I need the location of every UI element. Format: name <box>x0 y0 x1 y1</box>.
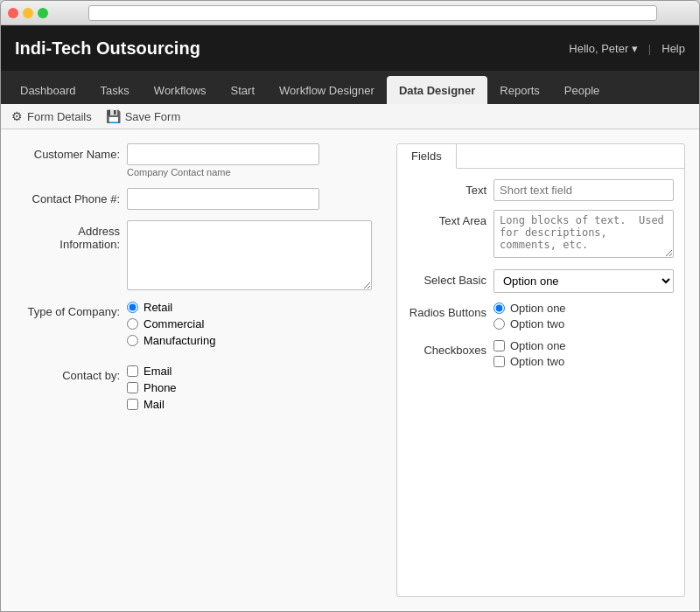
fields-tab-bar: Fields <box>397 144 684 169</box>
text-field-input[interactable] <box>494 179 674 201</box>
type-commercial-label: Commercial <box>144 317 204 330</box>
select-field-label: Select Basic <box>408 269 486 287</box>
contact-phone-item: Phone <box>127 381 177 394</box>
contact-phone-checkbox[interactable] <box>127 382 138 393</box>
type-of-company-row: Type of Company: Retail Commercial Manuf… <box>15 301 382 347</box>
textarea-field-input-wrap <box>494 210 674 261</box>
nav-item-workflows[interactable]: Workflows <box>142 76 219 104</box>
header-right: Hello, Peter ▾ | Help <box>569 42 685 55</box>
maximize-button[interactable] <box>38 8 48 18</box>
contact-by-label: Contact by: <box>15 365 120 382</box>
customer-name-input[interactable] <box>127 143 319 165</box>
app-title: Indi-Tech Outsourcing <box>15 38 200 59</box>
fields-tab[interactable]: Fields <box>397 144 457 169</box>
address-label: AddressInformation: <box>15 220 120 251</box>
contact-by-group: Email Phone Mail <box>127 365 177 411</box>
radio-option-one-label: Option one <box>510 302 566 315</box>
radios-group: Option one Option two <box>494 302 566 330</box>
textarea-field-label: Text Area <box>408 210 486 227</box>
checkbox-option-two-label: Option two <box>510 355 564 368</box>
customer-name-label: Customer Name: <box>15 143 120 161</box>
type-retail-label: Retail <box>144 301 172 314</box>
nav-item-data-designer[interactable]: Data Designer <box>387 76 487 104</box>
type-manufacturing-label: Manufacturing <box>144 334 215 347</box>
radio-option-two-label: Option two <box>510 317 564 330</box>
type-of-company-group: Retail Commercial Manufacturing <box>127 301 215 347</box>
nav-item-tasks[interactable]: Tasks <box>88 76 142 104</box>
save-form-label: Save Form <box>125 110 181 123</box>
type-manufacturing-radio[interactable] <box>127 335 138 346</box>
radio-option-one-input[interactable] <box>494 303 505 314</box>
contact-email-label: Email <box>144 365 172 378</box>
form-details-label: Form Details <box>27 110 92 123</box>
checkbox-option-one-input[interactable] <box>494 340 505 351</box>
header-separator: | <box>648 42 651 55</box>
text-field-input-wrap <box>494 179 674 201</box>
contact-phone-row: Contact Phone #: <box>15 188 382 210</box>
nav-item-reports[interactable]: Reports <box>487 76 552 104</box>
type-retail-item: Retail <box>127 301 215 314</box>
fields-content: Text Text Area Select Basic <box>397 169 684 379</box>
customer-name-row: Customer Name: Company Contact name <box>15 143 382 177</box>
title-bar <box>1 1 699 25</box>
radio-option-one-item: Option one <box>494 302 566 315</box>
left-panel: Customer Name: Company Contact name Cont… <box>15 143 382 597</box>
checkbox-option-one-label: Option one <box>510 339 566 352</box>
window: Indi-Tech Outsourcing Hello, Peter ▾ | H… <box>0 0 700 612</box>
url-bar[interactable] <box>88 5 657 21</box>
checkboxes-field-row: Checkboxes Option one Option two <box>408 339 674 368</box>
save-form-button[interactable]: 💾 Save Form <box>106 109 181 123</box>
nav-item-dashboard[interactable]: Dashboard <box>8 76 88 104</box>
textarea-field-row: Text Area <box>408 210 674 261</box>
contact-phone-cb-label: Phone <box>144 381 177 394</box>
type-retail-radio[interactable] <box>127 302 138 313</box>
select-field-input-wrap: Option one Option two <box>494 269 674 293</box>
user-greeting[interactable]: Hello, Peter ▾ <box>569 42 638 55</box>
save-icon: 💾 <box>106 109 121 123</box>
contact-by-row: Contact by: Email Phone Mail <box>15 365 382 411</box>
minimize-button[interactable] <box>23 8 33 18</box>
form-details-button[interactable]: ⚙ Form Details <box>11 109 92 123</box>
type-commercial-radio[interactable] <box>127 318 138 330</box>
contact-phone-input[interactable] <box>127 188 319 210</box>
customer-name-field-wrap: Company Contact name <box>127 143 319 177</box>
contact-phone-label: Contact Phone #: <box>15 188 120 205</box>
checkbox-option-two-item: Option two <box>494 355 566 368</box>
nav-bar: Dashboard Tasks Workflows Start Workflow… <box>1 71 699 104</box>
checkboxes-group: Option one Option two <box>494 339 566 368</box>
contact-mail-label: Mail <box>144 398 164 411</box>
address-textarea[interactable] <box>127 220 372 290</box>
checkbox-option-two-input[interactable] <box>494 356 505 367</box>
customer-name-hint: Company Contact name <box>127 167 319 177</box>
select-field-select[interactable]: Option one Option two <box>494 269 674 293</box>
textarea-field-input[interactable] <box>494 210 674 258</box>
right-panel: Fields Text Text Area <box>396 143 685 597</box>
radio-option-two-input[interactable] <box>494 318 505 330</box>
contact-mail-checkbox[interactable] <box>127 399 138 410</box>
app-header: Indi-Tech Outsourcing Hello, Peter ▾ | H… <box>1 25 699 71</box>
nav-item-start[interactable]: Start <box>219 76 267 104</box>
radios-field-label: Radios Buttons <box>408 302 486 319</box>
checkbox-option-one-item: Option one <box>494 339 566 352</box>
select-field-row: Select Basic Option one Option two <box>408 269 674 293</box>
checkboxes-field-label: Checkboxes <box>408 339 486 357</box>
text-field-label: Text <box>408 179 486 197</box>
nav-item-people[interactable]: People <box>552 76 612 104</box>
help-link[interactable]: Help <box>662 42 685 55</box>
contact-email-checkbox[interactable] <box>127 365 138 377</box>
main-content: Customer Name: Company Contact name Cont… <box>1 129 699 611</box>
contact-mail-item: Mail <box>127 398 177 411</box>
type-of-company-label: Type of Company: <box>15 301 120 318</box>
toolbar: ⚙ Form Details 💾 Save Form <box>1 104 699 129</box>
type-manufacturing-item: Manufacturing <box>127 334 215 347</box>
close-button[interactable] <box>8 8 18 18</box>
address-row: AddressInformation: <box>15 220 382 290</box>
nav-item-workflow-designer[interactable]: Workflow Designer <box>267 76 387 104</box>
contact-email-item: Email <box>127 365 177 378</box>
traffic-lights <box>8 8 48 18</box>
type-commercial-item: Commercial <box>127 317 215 330</box>
radios-field-row: Radios Buttons Option one Option two <box>408 302 674 330</box>
gear-icon: ⚙ <box>11 109 23 123</box>
text-field-row: Text <box>408 179 674 201</box>
radio-option-two-item: Option two <box>494 317 566 330</box>
